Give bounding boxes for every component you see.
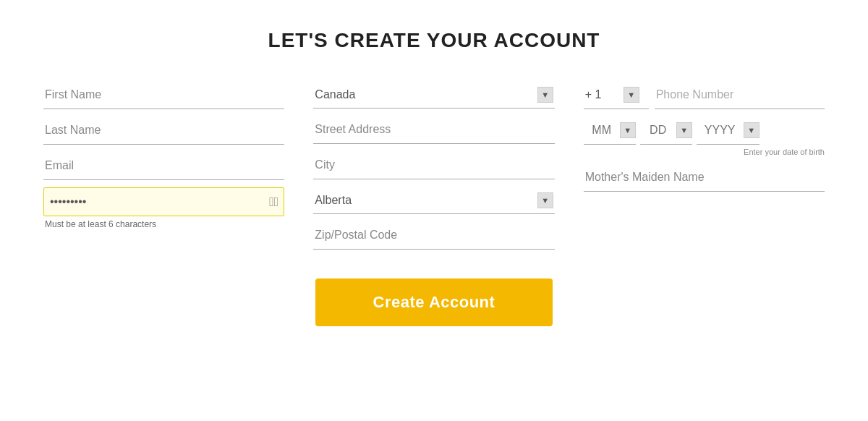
last-name-group (43, 116, 284, 145)
phone-code-chevron-icon[interactable]: ▼ (624, 87, 639, 103)
phone-code-wrapper: ▼ (584, 81, 649, 109)
phone-number-input[interactable] (655, 81, 825, 109)
maiden-name-group (584, 163, 825, 192)
dob-row: ▼ ▼ ▼ (584, 116, 825, 145)
province-select-wrapper: Alberta British Columbia Ontario Quebec … (313, 187, 554, 214)
col-extra: ▼ ▼ ▼ ▼ Enter your date of bir (584, 81, 825, 257)
month-input[interactable] (584, 116, 620, 144)
toggle-password-icon[interactable]: 👁̲ (269, 195, 278, 210)
col-address: Canada United States United Kingdom ▼ Al… (313, 81, 554, 257)
button-row: Create Account (43, 278, 825, 326)
page-title: LET'S CREATE YOUR ACCOUNT (43, 29, 825, 52)
password-input[interactable] (43, 187, 284, 216)
country-select-wrapper: Canada United States United Kingdom ▼ (313, 81, 554, 109)
first-name-group (43, 81, 284, 109)
street-address-input[interactable] (313, 116, 554, 144)
year-chevron-icon[interactable]: ▼ (744, 122, 760, 138)
day-chevron-icon[interactable]: ▼ (676, 122, 692, 138)
page-container: LET'S CREATE YOUR ACCOUNT 👁̲ (14, 14, 854, 341)
day-input[interactable] (640, 116, 676, 144)
zip-group (313, 221, 554, 250)
dob-hint: Enter your date of birth (584, 148, 825, 156)
phone-row: ▼ (584, 81, 825, 109)
phone-code-input[interactable] (584, 81, 624, 109)
maiden-name-input[interactable] (584, 163, 825, 192)
create-account-button[interactable]: Create Account (315, 278, 553, 326)
email-input[interactable] (43, 152, 284, 180)
street-address-group (313, 116, 554, 144)
month-chevron-icon[interactable]: ▼ (620, 122, 636, 138)
first-name-input[interactable] (43, 81, 284, 109)
password-hint: Must be at least 6 characters (45, 219, 284, 229)
year-input[interactable] (697, 116, 744, 144)
password-group: 👁̲ Must be at least 6 characters (43, 187, 284, 229)
country-select[interactable]: Canada United States United Kingdom (313, 81, 554, 108)
city-group (313, 151, 554, 179)
year-wrapper: ▼ (697, 116, 760, 145)
form-layout: 👁̲ Must be at least 6 characters Canada … (43, 81, 825, 326)
zip-input[interactable] (313, 221, 554, 250)
email-group (43, 152, 284, 180)
month-wrapper: ▼ (584, 116, 636, 145)
city-input[interactable] (313, 151, 554, 179)
day-wrapper: ▼ (640, 116, 692, 145)
password-wrapper: 👁̲ (43, 187, 284, 216)
col-personal: 👁̲ Must be at least 6 characters (43, 81, 284, 257)
province-select[interactable]: Alberta British Columbia Ontario Quebec (313, 187, 554, 213)
last-name-input[interactable] (43, 116, 284, 145)
